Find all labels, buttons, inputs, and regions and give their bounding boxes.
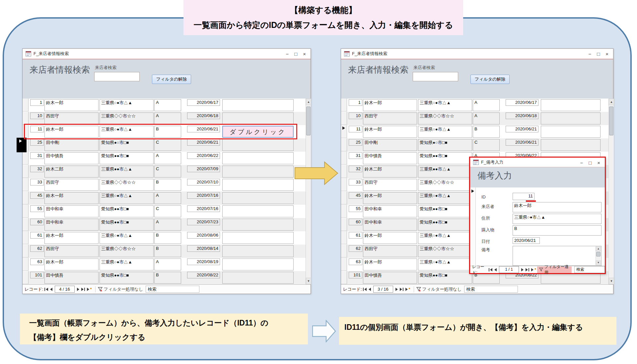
record-selector[interactable] xyxy=(341,231,347,244)
maximize-button[interactable]: □ xyxy=(294,51,297,57)
search-input[interactable] xyxy=(94,72,140,81)
date-field[interactable]: 2020/07/09 xyxy=(187,166,220,172)
id-field[interactable]: 33 xyxy=(30,179,44,185)
record-selector[interactable] xyxy=(341,258,347,271)
clear-filter-button[interactable]: フィルタの解除 xyxy=(470,75,510,84)
scrollbar-thumb[interactable] xyxy=(596,252,601,256)
address-field[interactable]: 愛知県●●市□■ xyxy=(418,219,472,231)
name-field[interactable]: 田中慎吾 xyxy=(363,272,417,284)
new-record-button[interactable]: * xyxy=(87,287,92,292)
last-record-button[interactable] xyxy=(400,288,403,291)
record-selector[interactable] xyxy=(341,218,347,231)
id-field[interactable]: 63 xyxy=(30,258,44,265)
previous-record-button[interactable] xyxy=(369,288,371,291)
name-field[interactable]: 田中慎吾 xyxy=(44,152,99,164)
id-field[interactable]: 32 xyxy=(30,166,44,172)
item-field[interactable]: C xyxy=(154,166,181,178)
id-field[interactable]: 62 xyxy=(30,245,44,252)
textarea-scrollbar[interactable]: ▲ ▼ xyxy=(596,247,601,265)
address-field[interactable]: 三重県●●市△▲ xyxy=(418,166,472,178)
record-selector[interactable] xyxy=(23,99,29,111)
name-field[interactable]: 鈴木二郎 xyxy=(44,166,99,178)
name-field[interactable]: 西田守 xyxy=(363,245,417,257)
last-record-button[interactable] xyxy=(81,288,85,291)
id-field[interactable]: 33 xyxy=(349,179,362,185)
scroll-down-icon[interactable]: ▼ xyxy=(609,278,614,284)
name-field[interactable]: 西田守 xyxy=(44,112,99,124)
note-field[interactable] xyxy=(222,152,294,164)
item-field[interactable]: C xyxy=(154,139,181,151)
id-field[interactable]: 60 xyxy=(349,219,362,225)
scroll-up-icon[interactable]: ▲ xyxy=(596,247,601,251)
record-selector[interactable] xyxy=(23,125,29,138)
id-field[interactable]: 62 xyxy=(349,245,362,252)
address-field[interactable]: 三重県◇◇市☆☆ xyxy=(100,112,154,124)
record-selector[interactable] xyxy=(341,271,347,284)
filter-status[interactable]: フィルター処理なし xyxy=(98,286,143,292)
id-field[interactable]: 60 xyxy=(30,219,44,225)
name-field[interactable]: 田中剛 xyxy=(44,139,99,151)
new-record-button[interactable]: * xyxy=(531,267,536,272)
item-field[interactable]: A xyxy=(473,112,500,124)
note-field[interactable] xyxy=(222,258,294,270)
name-field[interactable]: 田中和幸 xyxy=(363,205,417,217)
date-field[interactable]: 2020/06/21 xyxy=(506,139,538,146)
address-field[interactable]: 愛知県●○市□■ xyxy=(418,139,472,151)
date-field[interactable]: 2020/07/16 xyxy=(187,192,220,199)
record-selector[interactable] xyxy=(341,165,347,178)
address-field[interactable]: 三重県●●市△▲ xyxy=(100,166,154,178)
scrollbar-thumb[interactable] xyxy=(306,107,311,135)
id-field[interactable]: 61 xyxy=(30,232,44,239)
record-selector[interactable] xyxy=(23,205,29,218)
address-field[interactable]: 愛知県●●市□■ xyxy=(418,152,472,164)
minimize-button[interactable]: − xyxy=(580,160,583,166)
id-field[interactable]: 25 xyxy=(30,139,44,146)
first-record-button[interactable] xyxy=(44,288,48,291)
filter-applied-badge[interactable]: フィルター適用 xyxy=(537,266,572,273)
previous-record-button[interactable] xyxy=(50,288,52,291)
name-field[interactable]: 鈴木一郎 xyxy=(363,192,417,204)
name-field[interactable]: 田中慎吾 xyxy=(44,272,99,284)
address-field[interactable]: 三重県○●市△▲ xyxy=(418,192,472,204)
address-field[interactable]: 三重県○●市△▲ xyxy=(100,258,154,270)
name-field[interactable]: 田中慎吾 xyxy=(363,152,417,164)
date-field[interactable]: 2020/08/06 xyxy=(187,232,220,239)
date-field[interactable]: 2020/07/16 xyxy=(187,205,220,212)
date-field[interactable]: 2020/07/23 xyxy=(187,219,220,225)
date-field[interactable]: 2020/06/18 xyxy=(506,112,538,119)
name-field[interactable]: 田中和幸 xyxy=(44,219,99,231)
close-button[interactable]: × xyxy=(597,160,600,166)
record-selector[interactable] xyxy=(23,152,29,165)
name-field[interactable]: 鈴木一郎 xyxy=(44,258,99,270)
record-selector[interactable] xyxy=(341,191,347,204)
item-field[interactable]: B xyxy=(154,245,181,257)
new-record-button[interactable]: * xyxy=(405,287,410,292)
id-field[interactable]: 55 xyxy=(349,205,362,212)
date-field[interactable]: 2020/08/14 xyxy=(187,245,220,252)
record-selector[interactable] xyxy=(23,231,29,244)
previous-record-button[interactable] xyxy=(494,268,497,271)
address-field[interactable]: 三重県○●市△▲ xyxy=(418,232,472,244)
item-field[interactable]: B xyxy=(154,272,181,284)
item-field[interactable]: A xyxy=(154,99,181,111)
date-field[interactable]: 2020/06/22 xyxy=(187,152,220,159)
record-selector[interactable] xyxy=(341,112,347,125)
record-selector[interactable] xyxy=(341,178,347,191)
close-button[interactable]: × xyxy=(303,51,306,57)
date-field[interactable]: 2020/06/21 xyxy=(513,237,540,244)
date-field[interactable]: 2020/06/18 xyxy=(187,112,220,119)
id-field[interactable]: 45 xyxy=(30,192,44,199)
item-field[interactable]: B xyxy=(473,126,500,138)
record-selector[interactable] xyxy=(341,152,347,165)
note-field[interactable] xyxy=(222,166,294,178)
name-field[interactable]: 鈴木一郎 xyxy=(44,232,99,244)
id-field[interactable]: 101 xyxy=(349,272,362,278)
address-field[interactable]: 愛知県●○市□■ xyxy=(100,139,154,151)
date-field[interactable]: 2020/06/17 xyxy=(506,99,538,106)
minimize-button[interactable]: − xyxy=(286,51,289,57)
note-field[interactable] xyxy=(222,192,294,204)
record-selector[interactable] xyxy=(341,138,347,151)
last-record-button[interactable] xyxy=(526,268,529,271)
id-field[interactable]: 11 xyxy=(349,126,362,132)
item-field[interactable]: A xyxy=(154,152,181,164)
